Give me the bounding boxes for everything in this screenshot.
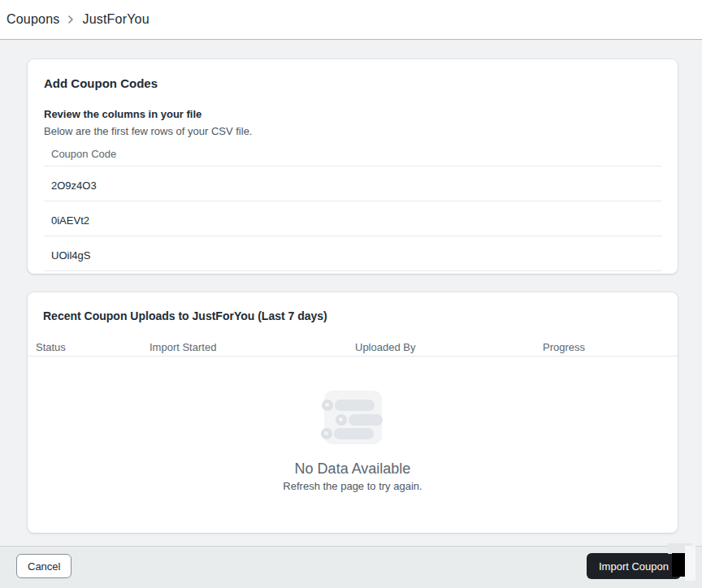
cancel-button[interactable]: Cancel (16, 554, 72, 578)
review-columns-title: Review the columns in your file (44, 108, 661, 120)
placeholder-bar (334, 428, 374, 439)
import-coupon-button[interactable]: Import Coupon (587, 553, 681, 579)
recent-uploads-card: Recent Coupon Uploads to JustForYou (Las… (28, 292, 678, 533)
placeholder-dot (321, 428, 332, 439)
chevron-right-icon (65, 14, 76, 25)
cursor-artifact (672, 553, 685, 577)
card-title: Recent Coupon Uploads to JustForYou (Las… (28, 292, 678, 322)
placeholder-bar (349, 414, 383, 426)
empty-state-subtitle: Refresh the page to try again. (28, 480, 678, 492)
column-header-import-started: Import Started (150, 341, 355, 353)
review-columns-subtitle: Below are the first few rows of your CSV… (44, 125, 661, 137)
placeholder-dot (336, 414, 347, 426)
column-header-progress: Progress (543, 341, 678, 353)
empty-state: No Data Available Refresh the page to tr… (28, 391, 678, 492)
csv-preview-table: Coupon Code 2O9z4O3 0iAEVt2 UOil4gS (44, 137, 661, 271)
empty-state-title: No Data Available (28, 460, 678, 478)
placeholder-dot (322, 400, 333, 411)
table-row: 0iAEVt2 (44, 201, 661, 236)
uploads-table-header: Status Import Started Uploaded By Progre… (28, 341, 678, 357)
column-header-uploaded-by: Uploaded By (355, 341, 543, 353)
card-title: Add Coupon Codes (44, 59, 661, 91)
coupon-import-page: Coupons JustForYou Add Coupon Codes Revi… (0, 0, 702, 588)
table-row: 2O9z4O3 (44, 166, 661, 201)
breadcrumb: Coupons JustForYou (0, 0, 702, 40)
breadcrumb-item-current: JustForYou (82, 12, 149, 27)
table-row: UOil4gS (44, 236, 661, 271)
column-header-coupon-code: Coupon Code (44, 137, 661, 166)
breadcrumb-item-coupons[interactable]: Coupons (6, 12, 59, 27)
column-header-status: Status (36, 341, 150, 353)
placeholder-bar (335, 400, 375, 411)
cursor-artifact (685, 546, 696, 581)
add-coupon-codes-card: Add Coupon Codes Review the columns in y… (28, 59, 678, 274)
list-placeholder-icon (324, 391, 382, 444)
